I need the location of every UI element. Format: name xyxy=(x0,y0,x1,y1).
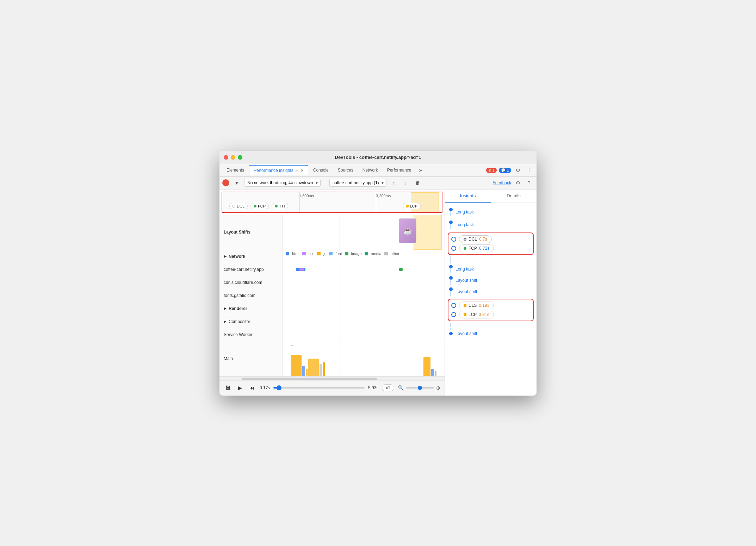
image-legend-dot xyxy=(345,252,348,255)
compositor-expand-icon[interactable]: ▶ xyxy=(224,319,227,323)
tab-details[interactable]: Details xyxy=(491,190,537,203)
flame-bar-2 xyxy=(302,366,305,376)
line-2 xyxy=(451,224,451,229)
lcp-value: 3.31s xyxy=(479,312,489,317)
dcl-dot-indicator xyxy=(464,238,466,241)
gear-icon[interactable]: ⚙ xyxy=(513,178,522,187)
network-expand-icon[interactable]: ▶ xyxy=(224,254,227,258)
tab-insights[interactable]: Insights xyxy=(445,190,491,203)
long-task-link-2[interactable]: Long task xyxy=(456,222,474,227)
flame-bar-9 xyxy=(435,371,436,376)
compositor-row: ▶ Compositor xyxy=(219,315,445,328)
more-options-icon[interactable]: ⋮ xyxy=(525,166,534,175)
compositor-label: ▶ Compositor xyxy=(219,315,283,328)
lcp-overlay xyxy=(414,215,442,250)
layout-shift-link-1[interactable]: Layout shift xyxy=(456,278,477,283)
screenshot-icon[interactable]: 🖼 xyxy=(224,384,232,392)
marker-line-2 xyxy=(376,192,376,212)
delete-icon[interactable]: 🗑 xyxy=(413,178,422,187)
maximize-button[interactable] xyxy=(238,155,242,160)
fcp-connector xyxy=(451,246,456,251)
tab-console[interactable]: Console xyxy=(309,165,333,175)
dcl-connector xyxy=(451,237,456,242)
tab-elements[interactable]: Elements xyxy=(222,165,248,175)
minimize-button[interactable] xyxy=(231,155,235,160)
cls-connector xyxy=(451,303,456,308)
help-icon[interactable]: ? xyxy=(525,178,534,187)
throttle-select[interactable]: No network throttling, 4× slowdown xyxy=(244,179,321,187)
start-time: 0.17s xyxy=(260,385,270,390)
dcl-value: 0.7s xyxy=(479,237,487,242)
feedback-link[interactable]: Feedback xyxy=(492,180,511,185)
long-task-link-3[interactable]: Long task xyxy=(456,267,474,272)
dashed-line-2 xyxy=(396,215,396,250)
fcp-dot-indicator xyxy=(464,247,466,250)
layout-shifts-content: ☕ xyxy=(283,215,445,250)
dot-3 xyxy=(449,265,453,268)
insight-item-long-task-1: Long task xyxy=(445,206,537,218)
js-legend-dot xyxy=(317,252,321,255)
dot-4 xyxy=(449,276,453,280)
slider-track[interactable] xyxy=(273,387,365,389)
message-badge: 💬1 xyxy=(499,168,511,173)
tab-close-icon[interactable]: ✕ xyxy=(300,168,304,173)
zoom-in-icon[interactable]: ⊕ xyxy=(436,385,440,391)
layout-shift-link-2[interactable]: Layout shift xyxy=(456,289,477,294)
play-icon[interactable]: ▶ xyxy=(236,384,244,392)
record-button[interactable] xyxy=(222,179,229,186)
zoom-control: 🔍 ⊕ xyxy=(398,385,440,391)
renderer-expand-icon[interactable]: ▶ xyxy=(224,306,227,310)
line-5 xyxy=(451,291,451,296)
fcp-circle xyxy=(451,246,456,251)
toolbar-right: Feedback ⚙ ? xyxy=(492,178,534,187)
close-button[interactable] xyxy=(224,155,228,160)
export-icon[interactable]: ↑ xyxy=(389,178,398,187)
line-1 xyxy=(451,211,451,216)
cls-circle xyxy=(451,303,456,308)
url-select-wrapper: coffee-cart.netlify.app (1) ▼ xyxy=(329,179,386,187)
skip-to-start-icon[interactable]: ⏮ xyxy=(248,384,256,392)
layout-shift-thumbnail: ☕ xyxy=(399,218,416,243)
layout-shifts-row: Layout Shifts ☕ xyxy=(219,215,445,250)
post-box-connector xyxy=(445,256,537,263)
long-task-link-1[interactable]: Long task xyxy=(456,210,474,215)
timeline-panel: 1,600ms 3,200ms DCL FCP xyxy=(219,190,445,396)
network-legend-row: html css js font image media xyxy=(283,250,445,263)
settings-icon[interactable]: ⚙ xyxy=(513,166,522,175)
flame-bar-1 xyxy=(291,355,302,376)
dropdown-arrow-icon[interactable]: ▼ xyxy=(232,178,241,187)
timing-badges: DCL FCP TTI xyxy=(229,203,288,209)
zoom-thumb[interactable] xyxy=(418,386,422,390)
insight-item-layout-shift-2: Layout shift xyxy=(445,286,537,297)
dcl-dot xyxy=(233,205,235,207)
tti-dot xyxy=(275,205,278,207)
lcp-metric-row: LCP 3.31s xyxy=(451,311,530,318)
network-row-0: coffee-cart.netlify.app xyxy=(219,263,445,276)
download-icon[interactable]: ↓ xyxy=(401,178,410,187)
media-legend-dot xyxy=(365,252,368,255)
cls-pill: CLS 0.193 xyxy=(459,302,494,309)
slider-thumb[interactable] xyxy=(277,385,281,390)
url-select[interactable]: coffee-cart.netlify.app (1) xyxy=(329,179,386,187)
tab-performance[interactable]: Performance xyxy=(383,165,416,175)
connector-2 xyxy=(449,221,453,229)
dcl-fcp-box: DCL 0.7s FCP 0.72s xyxy=(448,232,534,255)
network-row-content-0 xyxy=(283,263,445,276)
playback-slider[interactable] xyxy=(273,387,365,389)
tab-performance-insights[interactable]: Performance insights ⚠ ✕ xyxy=(249,165,308,175)
zoom-slider[interactable] xyxy=(406,387,434,389)
main-flamechart xyxy=(291,355,436,376)
marker-line-1 xyxy=(299,192,299,212)
flame-bar-3 xyxy=(306,369,308,376)
horizontal-scrollbar[interactable] xyxy=(219,377,445,380)
timeline-sections: Layout Shifts ☕ ▶ Network xyxy=(219,215,445,377)
speed-badge[interactable]: x1 xyxy=(382,384,394,391)
tab-sources[interactable]: Sources xyxy=(334,165,358,175)
network-row-content-2 xyxy=(283,289,445,302)
tab-network[interactable]: Network xyxy=(358,165,382,175)
more-tabs-button[interactable]: » xyxy=(416,167,425,173)
throttle-select-wrapper: No network throttling, 4× slowdown ▼ xyxy=(244,179,321,187)
connector-1 xyxy=(449,208,453,216)
layout-shift-link-3[interactable]: Layout shift xyxy=(456,331,477,336)
zoom-out-icon[interactable]: 🔍 xyxy=(398,385,404,391)
